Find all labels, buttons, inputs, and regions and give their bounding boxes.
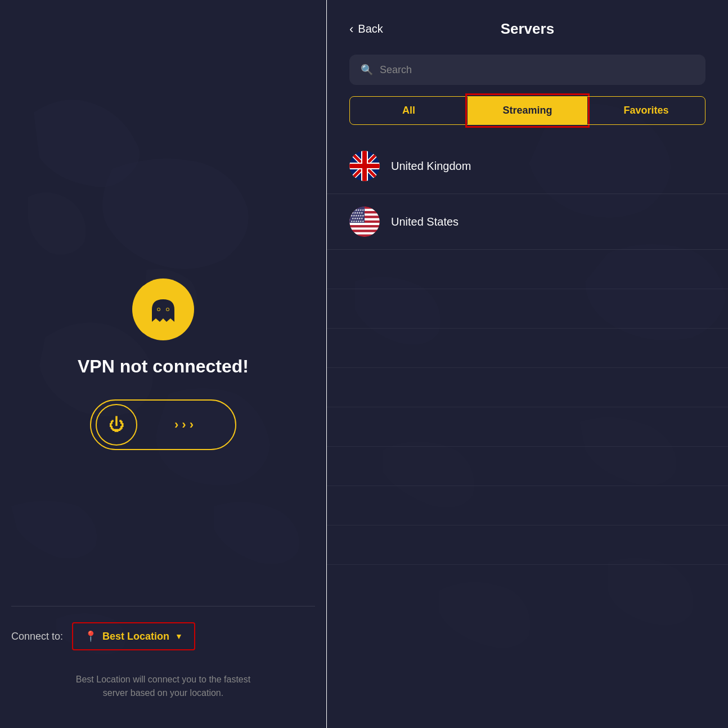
bottom-section: Connect to: 📍 Best Location ▼ Best Locat… (0, 606, 326, 728)
us-country-name: United States (391, 215, 459, 228)
servers-header: ‹ Back Servers (327, 0, 728, 49)
svg-rect-30 (349, 232, 380, 235)
right-panel: ‹ Back Servers 🔍 Search All Streaming Fa… (327, 0, 728, 728)
ghost-logo (132, 278, 194, 340)
bottom-divider (11, 606, 315, 606)
server-list: United Kingdom (327, 138, 728, 728)
ghost-icon (146, 293, 180, 326)
svg-point-4 (158, 308, 160, 311)
best-location-label: Best Location (102, 631, 169, 642)
back-label: Back (358, 23, 383, 35)
empty-row-4 (327, 368, 728, 407)
arrows-section: › › › (137, 417, 231, 432)
empty-row-2 (327, 289, 728, 329)
connect-label: Connect to: (11, 631, 63, 642)
footer-description: Best Location will connect you to the fa… (11, 673, 315, 700)
dropdown-arrow-icon: ▼ (175, 632, 183, 641)
uk-flag (349, 151, 380, 181)
connect-to-row: Connect to: 📍 Best Location ▼ (11, 622, 315, 650)
search-bar[interactable]: 🔍 Search (349, 55, 705, 85)
search-icon: 🔍 (361, 64, 373, 76)
left-panel: VPN not connected! ⏻ › › › Connect to: 📍… (0, 0, 326, 728)
right-content: ‹ Back Servers 🔍 Search All Streaming Fa… (327, 0, 728, 728)
svg-rect-27 (349, 225, 380, 227)
back-chevron-icon: ‹ (349, 22, 353, 37)
arrow-1: › (174, 417, 178, 432)
tab-favorites[interactable]: Favorites (587, 96, 705, 125)
filter-tabs: All Streaming Favorites (349, 96, 705, 125)
empty-row-3 (327, 329, 728, 368)
tab-all[interactable]: All (349, 96, 468, 125)
empty-row-8 (327, 525, 728, 565)
vpn-status-text: VPN not connected! (78, 356, 249, 377)
svg-rect-14 (349, 164, 380, 168)
connect-toggle[interactable]: ⏻ › › › (90, 399, 236, 450)
empty-row-5 (327, 407, 728, 447)
svg-rect-29 (349, 230, 380, 232)
empty-row-6 (327, 447, 728, 486)
svg-rect-31 (349, 235, 380, 237)
svg-rect-26 (349, 223, 380, 225)
server-item-uk[interactable]: United Kingdom (327, 138, 728, 194)
uk-country-name: United Kingdom (391, 160, 471, 173)
svg-text:★★★★★★: ★★★★★★ (350, 219, 365, 223)
location-pin-icon: 📍 (84, 630, 97, 642)
power-button[interactable]: ⏻ (96, 404, 137, 446)
arrow-3: › (190, 417, 194, 432)
us-flag: ★★★★★★ ★★★★★ ★★★★★★ ★★★★★ ★★★★★★ (349, 206, 380, 237)
main-content: VPN not connected! ⏻ › › › (78, 278, 249, 450)
empty-row-1 (327, 250, 728, 289)
arrow-2: › (182, 417, 186, 432)
svg-rect-28 (349, 227, 380, 230)
tab-streaming[interactable]: Streaming (468, 96, 587, 125)
svg-point-5 (167, 308, 169, 311)
best-location-button[interactable]: 📍 Best Location ▼ (72, 622, 195, 650)
server-item-us[interactable]: ★★★★★★ ★★★★★ ★★★★★★ ★★★★★ ★★★★★★ United … (327, 194, 728, 250)
search-placeholder: Search (380, 64, 412, 76)
servers-title: Servers (383, 20, 672, 38)
empty-row-7 (327, 486, 728, 525)
power-icon: ⏻ (109, 415, 124, 434)
back-button[interactable]: ‹ Back (349, 22, 383, 37)
